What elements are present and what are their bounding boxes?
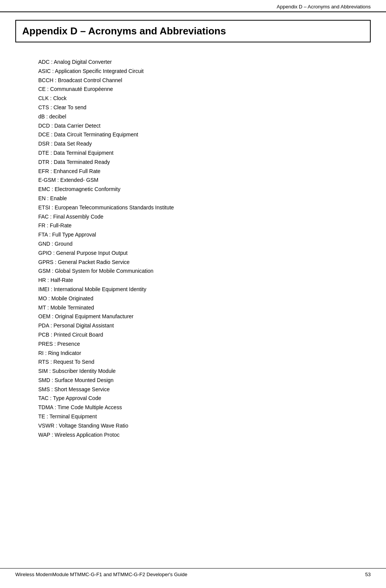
header-text: Appendix D – Acronyms and Abbreviations (277, 4, 371, 10)
main-content: Appendix D – Acronyms and Abbreviations … (0, 20, 386, 443)
list-item: ETSI : European Telecommunications Stand… (38, 203, 348, 212)
page-header: Appendix D – Acronyms and Abbreviations (0, 0, 386, 12)
list-item: SMS : Short Message Service (38, 385, 348, 394)
list-item: PCB : Printed Circuit Board (38, 330, 348, 340)
list-item: E-GSM : Extended- GSM (38, 176, 348, 185)
list-item: DCD : Data Carrier Detect (38, 121, 348, 131)
list-item: TDMA : Time Code Multiple Access (38, 403, 348, 412)
list-item: VSWR : Voltage Standing Wave Ratio (38, 421, 348, 431)
list-item: BCCH : Broadcast Control Channel (38, 76, 348, 85)
list-item: FTA : Full Type Approval (38, 230, 348, 240)
list-item: GPIO : General Purpose Input Output (38, 249, 348, 258)
list-item: EFR : Enhanced Full Rate (38, 167, 348, 176)
footer-right: 53 (365, 572, 371, 577)
list-item: ADC : Analog Digital Converter (38, 58, 348, 67)
list-item: MT : Mobile Terminated (38, 303, 348, 313)
list-item: RTS : Request To Send (38, 358, 348, 367)
section-title: Appendix D – Acronyms and Abbreviations (22, 25, 364, 37)
list-item: WAP : Wireless Application Protoc (38, 431, 348, 440)
list-item: EMC : Electromagnetic Conformity (38, 185, 348, 194)
list-item: IMEI : International Mobile Equipment Id… (38, 285, 348, 294)
list-item: MO : Mobile Originated (38, 294, 348, 303)
list-item: SIM : Subscriber Identity Module (38, 367, 348, 376)
list-item: PDA : Personal Digital Assistant (38, 321, 348, 330)
list-item: DCE : Data Circuit Terminating Equipment (38, 130, 348, 139)
list-item: DTE : Data Terminal Equipment (38, 149, 348, 158)
list-item: dB : decibel (38, 112, 348, 121)
acronyms-list: ADC : Analog Digital ConverterASIC : App… (15, 54, 371, 443)
footer-left: Wireless ModemModule MTMMC-G-F1 and MTMM… (15, 572, 187, 577)
list-item: DTR : Data Terminated Ready (38, 158, 348, 167)
list-item: CE : Communauté Européenne (38, 85, 348, 94)
list-item: OEM : Original Equipment Manufacturer (38, 312, 348, 321)
list-item: RI : Ring Indicator (38, 349, 348, 358)
list-item: DSR : Data Set Ready (38, 139, 348, 149)
list-item: PRES : Presence (38, 340, 348, 349)
list-item: TE : Terminal Equipment (38, 412, 348, 421)
list-item: EN : Enable (38, 194, 348, 203)
list-item: TAC : Type Approval Code (38, 394, 348, 403)
list-item: FR : Full-Rate (38, 221, 348, 230)
list-item: CLK : Clock (38, 94, 348, 103)
list-item: HR : Half-Rate (38, 276, 348, 285)
list-item: GSM : Global System for Mobile Communica… (38, 267, 348, 276)
page-footer: Wireless ModemModule MTMMC-G-F1 and MTMM… (0, 568, 386, 580)
section-title-box: Appendix D – Acronyms and Abbreviations (15, 20, 371, 42)
list-item: ASIC : Application Specific Integrated C… (38, 67, 348, 76)
list-item: CTS : Clear To send (38, 103, 348, 112)
list-item: FAC : Final Assembly Code (38, 212, 348, 222)
list-item: SMD : Surface Mounted Design (38, 376, 348, 385)
list-item: GND : Ground (38, 240, 348, 249)
list-item: GPRS : General Packet Radio Service (38, 258, 348, 267)
